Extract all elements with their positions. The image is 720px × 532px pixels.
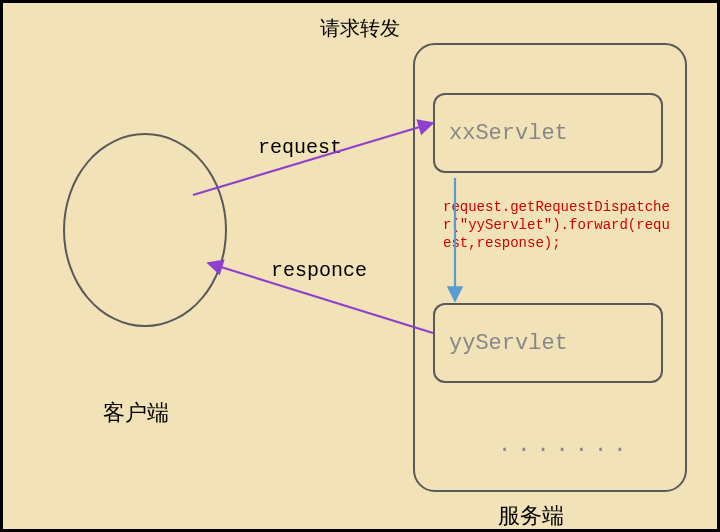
xx-servlet-label: xxServlet [449,121,568,146]
diagram-title: 请求转发 [3,15,717,42]
diagram-canvas: 请求转发 客户端 xxServlet request.getRequestDis… [0,0,720,532]
server-ellipsis: ....... [498,433,632,458]
yy-servlet-label: yyServlet [449,331,568,356]
client-node [63,133,227,327]
xx-servlet-node: xxServlet [433,93,663,173]
forward-code: request.getRequestDispatcher("yyServlet"… [443,198,675,253]
request-arrow [193,123,433,195]
yy-servlet-node: yyServlet [433,303,663,383]
server-label: 服务端 [498,501,564,531]
request-arrow-label: request [258,136,342,159]
response-arrow-label: responce [271,259,367,282]
client-label: 客户端 [103,398,169,428]
